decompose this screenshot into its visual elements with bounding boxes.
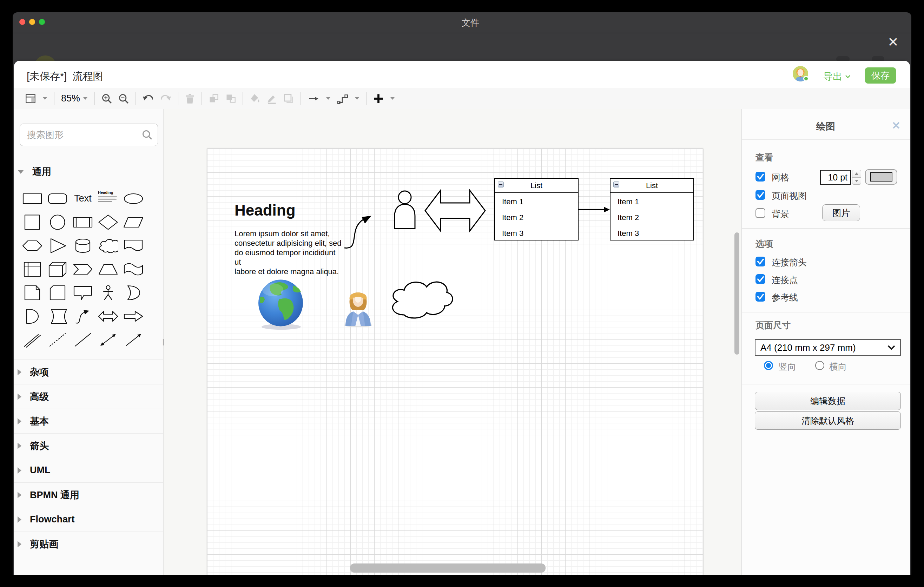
line-color-icon[interactable] bbox=[263, 91, 280, 106]
list-item[interactable]: Item 2 bbox=[610, 209, 693, 225]
list-item[interactable]: Item 2 bbox=[495, 209, 578, 225]
canvas-heading-text[interactable]: Heading bbox=[234, 201, 295, 219]
sidebar-section-bpmn-general[interactable]: BPMN 通用 bbox=[14, 482, 163, 507]
grid-size-input[interactable] bbox=[820, 170, 851, 185]
palette-shape-link[interactable] bbox=[20, 328, 45, 351]
page-size-select[interactable]: A4 (210 mm x 297 mm) bbox=[755, 339, 901, 356]
palette-shape-text[interactable]: Text bbox=[70, 187, 96, 210]
guides-checkbox[interactable] bbox=[756, 292, 765, 302]
search-input[interactable] bbox=[20, 124, 158, 146]
sidebar-section-clipart[interactable]: 剪贴画 bbox=[14, 531, 163, 556]
palette-shape-tape[interactable] bbox=[121, 257, 146, 281]
sidebar-section-general[interactable]: 通用 bbox=[18, 162, 163, 182]
palette-shape-curve[interactable] bbox=[70, 304, 96, 328]
palette-shape-trapezoid[interactable] bbox=[96, 257, 121, 281]
palette-shape-ellipse[interactable] bbox=[121, 187, 146, 210]
palette-shape-data-storage[interactable] bbox=[45, 304, 70, 328]
save-button[interactable]: 保存 bbox=[865, 68, 896, 84]
zoom-level-button[interactable]: 85% bbox=[58, 91, 91, 106]
list-item[interactable]: Item 3 bbox=[495, 225, 578, 241]
to-back-icon[interactable] bbox=[222, 91, 239, 106]
collapse-icon[interactable] bbox=[498, 181, 504, 188]
list-item[interactable]: Item 3 bbox=[610, 225, 693, 241]
sidebar-section-arrows[interactable]: 箭头 bbox=[14, 433, 163, 458]
to-front-icon[interactable] bbox=[205, 91, 222, 106]
palette-shape-internal-storage[interactable] bbox=[20, 257, 45, 281]
canvas-cloud-shape[interactable] bbox=[386, 275, 454, 320]
sidebar-section-basic[interactable]: 基本 bbox=[14, 409, 163, 433]
grid-checkbox[interactable] bbox=[756, 171, 765, 181]
edit-data-button[interactable]: 编辑数据 bbox=[755, 392, 901, 410]
delete-icon[interactable] bbox=[182, 91, 198, 106]
insert-caret-icon[interactable] bbox=[387, 91, 398, 106]
grid-size-stepper[interactable] bbox=[852, 170, 861, 185]
palette-shape-rectangle[interactable] bbox=[20, 187, 45, 210]
canvas-paragraph-text[interactable]: Lorem ipsum dolor sit amet, consectetur … bbox=[234, 229, 343, 276]
sidebar-section-uml[interactable]: UML bbox=[14, 458, 163, 482]
palette-shape-triangle[interactable] bbox=[45, 234, 70, 257]
stepper-up-icon[interactable] bbox=[852, 170, 861, 178]
background-checkbox[interactable] bbox=[756, 208, 765, 218]
zoom-out-icon[interactable] bbox=[115, 91, 132, 106]
traffic-light-zoom-icon[interactable] bbox=[39, 19, 45, 25]
palette-shape-hexagon[interactable] bbox=[20, 234, 45, 257]
palette-shape-card[interactable] bbox=[45, 281, 70, 304]
canvas-person-shape[interactable] bbox=[393, 190, 416, 229]
palette-shape-textbox[interactable]: Heading bbox=[96, 187, 121, 210]
palette-shape-diamond[interactable] bbox=[96, 210, 121, 234]
background-image-button[interactable]: 图片 bbox=[822, 204, 860, 221]
palette-shape-directional-arrow[interactable] bbox=[121, 328, 146, 351]
palette-shape-note[interactable] bbox=[20, 281, 45, 304]
palette-shape-cylinder[interactable] bbox=[70, 234, 96, 257]
vertical-scrollbar[interactable] bbox=[734, 232, 739, 355]
landscape-radio[interactable] bbox=[815, 361, 824, 370]
list-item[interactable]: Item 1 bbox=[495, 194, 578, 209]
shadow-icon[interactable] bbox=[280, 91, 297, 106]
waypoint-style-button[interactable] bbox=[334, 91, 351, 106]
canvas-list-shape[interactable]: List Item 1 Item 2 Item 3 bbox=[494, 178, 579, 241]
horizontal-scrollbar[interactable] bbox=[350, 564, 546, 572]
canvas-list-shape[interactable]: List Item 1 Item 2 Item 3 bbox=[610, 178, 694, 241]
palette-shape-bidirectional-arrow[interactable] bbox=[96, 304, 121, 328]
palette-shape-parallelogram[interactable] bbox=[121, 210, 146, 234]
list-item[interactable]: Item 1 bbox=[610, 194, 693, 209]
fill-color-icon[interactable] bbox=[246, 91, 263, 106]
stepper-down-icon[interactable] bbox=[852, 178, 861, 185]
palette-shape-cloud[interactable] bbox=[96, 234, 121, 257]
view-layout-caret-icon[interactable] bbox=[39, 91, 51, 106]
view-layout-button[interactable] bbox=[22, 91, 39, 106]
palette-shape-square[interactable] bbox=[20, 210, 45, 234]
sidebar-section-flowchart[interactable]: Flowchart bbox=[14, 507, 163, 531]
palette-shape-callout[interactable] bbox=[70, 281, 96, 304]
zoom-in-icon[interactable] bbox=[98, 91, 115, 106]
traffic-light-close-icon[interactable] bbox=[19, 19, 25, 25]
redo-icon[interactable] bbox=[157, 91, 175, 106]
grid-color-button[interactable] bbox=[865, 169, 897, 185]
format-panel-close-icon[interactable]: ✕ bbox=[892, 119, 901, 132]
page-view-checkbox[interactable] bbox=[756, 190, 765, 200]
canvas-double-arrow-shape[interactable] bbox=[424, 184, 486, 237]
connection-points-checkbox[interactable] bbox=[756, 274, 765, 284]
palette-shape-rounded-rectangle[interactable] bbox=[45, 187, 70, 210]
palette-shape-line[interactable] bbox=[70, 328, 96, 351]
export-button[interactable]: 导出 bbox=[823, 70, 851, 83]
palette-shape-document[interactable] bbox=[121, 234, 146, 257]
palette-shape-arrow[interactable] bbox=[121, 304, 146, 328]
close-icon[interactable]: ✕ bbox=[888, 35, 899, 49]
connection-arrow-button[interactable] bbox=[304, 91, 323, 106]
insert-icon[interactable] bbox=[370, 91, 387, 106]
canvas-globe-image[interactable] bbox=[256, 278, 309, 330]
waypoint-caret-icon[interactable] bbox=[351, 91, 363, 106]
palette-shape-or[interactable] bbox=[121, 281, 146, 304]
collapse-icon[interactable] bbox=[613, 181, 619, 188]
undo-icon[interactable] bbox=[139, 91, 157, 106]
sidebar-section-misc[interactable]: 杂项 bbox=[14, 359, 163, 384]
clear-default-style-button[interactable]: 清除默认风格 bbox=[755, 411, 901, 430]
palette-shape-and[interactable] bbox=[20, 304, 45, 328]
portrait-radio[interactable] bbox=[764, 361, 773, 370]
canvas-connector-arrow[interactable] bbox=[579, 206, 610, 213]
connection-caret-icon[interactable] bbox=[323, 91, 334, 106]
palette-shape-circle[interactable] bbox=[45, 210, 70, 234]
canvas-curve-arrow[interactable] bbox=[342, 210, 381, 250]
palette-shape-process[interactable] bbox=[70, 210, 96, 234]
